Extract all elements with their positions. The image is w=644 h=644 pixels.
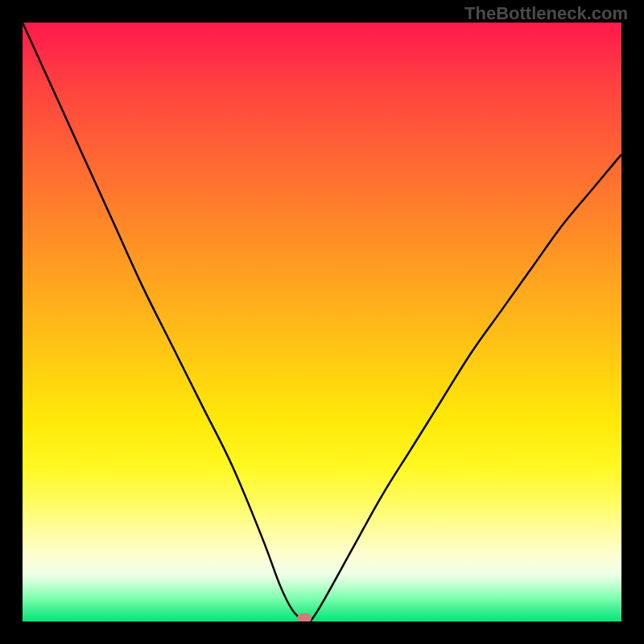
curve-svg [23,23,621,621]
plot-area [23,23,621,621]
watermark-text: TheBottleneck.com [464,3,628,24]
bottleneck-curve [23,23,621,621]
optimal-point-marker [297,613,312,621]
chart-outer-frame: TheBottleneck.com [0,0,644,644]
